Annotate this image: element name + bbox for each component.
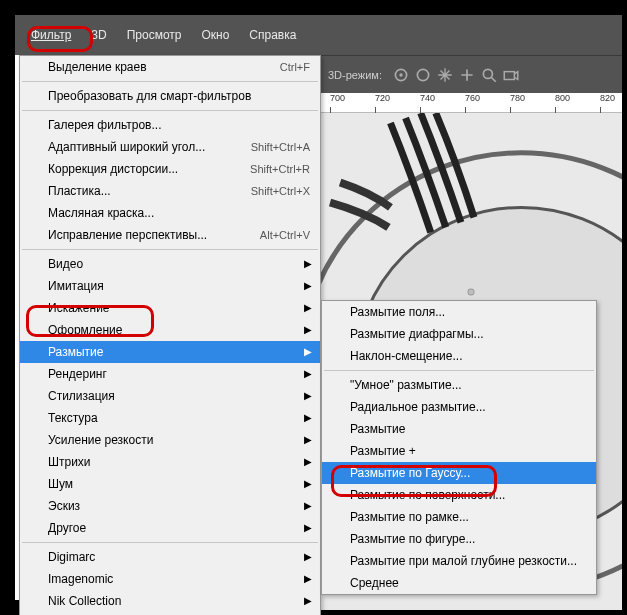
zoom-icon[interactable] [480,66,498,84]
menu-stylize[interactable]: Стилизация▶ [20,385,320,407]
chevron-right-icon: ▶ [304,341,312,363]
submenu-tilt-shift[interactable]: Наклон-смещение... [322,345,596,367]
menu-texture[interactable]: Текстура▶ [20,407,320,429]
menu-sketch[interactable]: Эскиз▶ [20,495,320,517]
menu-blur[interactable]: Размытие▶ [20,341,320,363]
menu-other[interactable]: Другое▶ [20,517,320,539]
menu-wide-angle[interactable]: Адаптивный широкий угол...Shift+Ctrl+A [20,136,320,158]
submenu-field-blur[interactable]: Размытие поля... [322,301,596,323]
svg-line-4 [491,77,496,82]
filter-menu: Выделение краевCtrl+F Преобразовать для … [19,55,321,615]
chevron-right-icon: ▶ [304,495,312,517]
slide-icon[interactable] [458,66,476,84]
chevron-right-icon: ▶ [304,297,312,319]
chevron-right-icon: ▶ [304,451,312,473]
svg-point-1 [399,73,402,76]
menu-digimarc[interactable]: Digimarc▶ [20,546,320,568]
menu-pixelate[interactable]: Оформление▶ [20,319,320,341]
orbit-icon[interactable] [392,66,410,84]
menu-render[interactable]: Рендеринг▶ [20,363,320,385]
menu-filter[interactable]: Фильтр [23,25,79,45]
rotate-icon[interactable] [414,66,432,84]
chevron-right-icon: ▶ [304,429,312,451]
pan-icon[interactable] [436,66,454,84]
menu-distort[interactable]: Искажение▶ [20,297,320,319]
chevron-right-icon: ▶ [304,473,312,495]
chevron-right-icon: ▶ [304,568,312,590]
menu-window[interactable]: Окно [193,25,237,45]
chevron-right-icon: ▶ [304,319,312,341]
menu-smart-convert[interactable]: Преобразовать для смарт-фильтров [20,85,320,107]
submenu-blur[interactable]: Размытие [322,418,596,440]
chevron-right-icon: ▶ [304,363,312,385]
blur-submenu: Размытие поля... Размытие диафрагмы... Н… [321,300,597,595]
options-bar: 3D-режим: [320,55,622,93]
menu-help[interactable]: Справка [241,25,304,45]
chevron-right-icon: ▶ [304,275,312,297]
chevron-right-icon: ▶ [304,407,312,429]
menu-filter-gallery[interactable]: Галерея фильтров... [20,114,320,136]
chevron-right-icon: ▶ [304,590,312,612]
menu-imagenomic[interactable]: Imagenomic▶ [20,568,320,590]
camera-icon[interactable] [502,66,520,84]
svg-rect-5 [504,71,514,79]
menu-nik-collection[interactable]: Nik Collection▶ [20,590,320,612]
chevron-right-icon: ▶ [304,546,312,568]
submenu-average[interactable]: Среднее [322,572,596,594]
chevron-right-icon: ▶ [304,385,312,407]
menu-vanishing-point[interactable]: Исправление перспективы...Alt+Ctrl+V [20,224,320,246]
mode-label: 3D-режим: [328,69,382,81]
submenu-smart-blur[interactable]: "Умное" размытие... [322,374,596,396]
menu-brush-strokes[interactable]: Штрихи▶ [20,451,320,473]
menu-noise[interactable]: Шум▶ [20,473,320,495]
svg-point-2 [417,69,428,80]
menu-video[interactable]: Видео▶ [20,253,320,275]
submenu-blur-more[interactable]: Размытие + [322,440,596,462]
submenu-iris-blur[interactable]: Размытие диафрагмы... [322,323,596,345]
menu-oil-paint[interactable]: Масляная краска... [20,202,320,224]
menu-sharpen[interactable]: Усиление резкости▶ [20,429,320,451]
svg-point-9 [468,289,474,295]
menu-last-filter[interactable]: Выделение краевCtrl+F [20,56,320,78]
ruler: 700 720 740 760 780 800 820 [320,93,622,113]
submenu-surface-blur[interactable]: Размытие по поверхности... [322,484,596,506]
menu-liquify[interactable]: Пластика...Shift+Ctrl+X [20,180,320,202]
chevron-right-icon: ▶ [304,517,312,539]
submenu-box-blur[interactable]: Размытие по рамке... [322,506,596,528]
menu-lens-correction[interactable]: Коррекция дисторсии...Shift+Ctrl+R [20,158,320,180]
submenu-radial-blur[interactable]: Радиальное размытие... [322,396,596,418]
menu-view[interactable]: Просмотр [119,25,190,45]
submenu-shape-blur[interactable]: Размытие по фигуре... [322,528,596,550]
svg-point-3 [483,69,492,78]
menu-artistic[interactable]: Имитация▶ [20,275,320,297]
submenu-gaussian-blur[interactable]: Размытие по Гауссу... [322,462,596,484]
menu-3d[interactable]: 3D [83,25,114,45]
chevron-right-icon: ▶ [304,253,312,275]
menubar: Фильтр 3D Просмотр Окно Справка [15,15,622,55]
submenu-lens-blur[interactable]: Размытие при малой глубине резкости... [322,550,596,572]
